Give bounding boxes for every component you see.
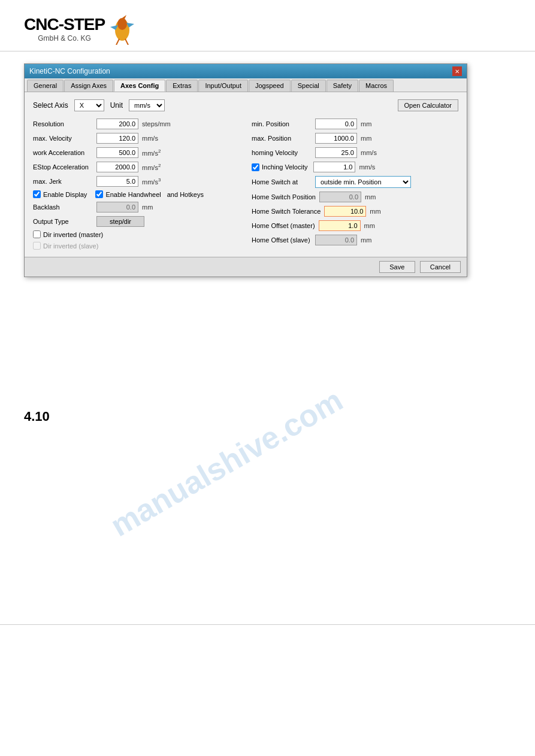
max-position-input[interactable] bbox=[315, 133, 357, 144]
home-offset-master-label: Home Offset (master) bbox=[252, 222, 315, 229]
dir-inverted-slave-label: Dir inverted (slave) bbox=[43, 242, 98, 250]
save-button[interactable]: Save bbox=[379, 261, 415, 273]
estop-accel-label: EStop Acceleration bbox=[33, 163, 93, 171]
estop-accel-unit: mm/s2 bbox=[142, 163, 161, 171]
resolution-unit: steps/mm bbox=[142, 120, 171, 127]
inching-velocity-label: Inching Velocity bbox=[262, 163, 307, 171]
tab-macros[interactable]: Macros bbox=[359, 80, 394, 92]
home-switch-position-row: Home Switch Position mm bbox=[252, 192, 458, 202]
dir-inverted-slave-checkbox[interactable] bbox=[33, 242, 41, 250]
tab-extras[interactable]: Extras bbox=[166, 80, 198, 92]
dir-master-checkbox-row: Dir inverted (master) bbox=[33, 230, 103, 238]
watermark-text: manualshive.com bbox=[104, 382, 349, 544]
tab-jogspeed[interactable]: Jogspeed bbox=[249, 80, 291, 92]
dialog-title: KinetiC-NC Configuration bbox=[29, 67, 110, 75]
home-offset-slave-row: Home Offset (slave) mm bbox=[252, 235, 458, 245]
resolution-input[interactable] bbox=[96, 119, 138, 129]
inching-velocity-checkbox[interactable] bbox=[252, 163, 259, 171]
enable-handwheel-label: Enable Handwheel bbox=[105, 191, 161, 198]
min-position-input[interactable] bbox=[315, 119, 357, 129]
svg-line-4 bbox=[125, 39, 128, 45]
dialog-close-button[interactable]: ✕ bbox=[452, 66, 462, 76]
home-offset-master-input[interactable] bbox=[319, 220, 361, 231]
home-switch-at-label: Home Switch at bbox=[252, 178, 312, 186]
inching-velocity-row: Inching Velocity mm/s bbox=[252, 162, 458, 172]
backlash-label: Backlash bbox=[33, 204, 93, 211]
enable-handwheel-checkbox[interactable] bbox=[95, 190, 103, 198]
enable-display-checkbox-row: Enable Display bbox=[33, 190, 87, 198]
resolution-row: Resolution steps/mm bbox=[33, 119, 240, 129]
home-switch-tolerance-unit: mm bbox=[370, 208, 388, 215]
home-offset-slave-unit: mm bbox=[361, 236, 379, 244]
enable-handwheel-checkbox-row: Enable Handwheel bbox=[95, 190, 161, 198]
homing-velocity-input[interactable] bbox=[315, 147, 357, 158]
max-jerk-unit: mm/s3 bbox=[142, 177, 161, 186]
max-position-row: max. Position mm bbox=[252, 133, 458, 144]
dir-slave-checkbox-row: Dir inverted (slave) bbox=[33, 242, 98, 250]
home-switch-position-input[interactable] bbox=[319, 192, 361, 202]
max-jerk-input[interactable] bbox=[96, 176, 138, 187]
output-type-label: Output Type bbox=[33, 218, 93, 225]
inching-velocity-input[interactable] bbox=[313, 162, 355, 172]
dialog-window: KinetiC-NC Configuration ✕ General Assig… bbox=[24, 63, 467, 277]
estop-accel-input[interactable] bbox=[96, 162, 138, 172]
tab-special[interactable]: Special bbox=[291, 80, 326, 92]
backlash-input[interactable] bbox=[96, 202, 138, 212]
tab-general[interactable]: General bbox=[27, 80, 64, 92]
homing-velocity-row: homing Velocity mm/s bbox=[252, 147, 458, 158]
home-switch-tolerance-row: Home Switch Tolerance mm bbox=[252, 206, 458, 217]
max-velocity-input[interactable] bbox=[96, 133, 138, 144]
min-position-unit: mm bbox=[361, 120, 379, 127]
work-accel-unit: mm/s2 bbox=[142, 148, 161, 157]
svg-point-1 bbox=[117, 18, 127, 30]
home-offset-master-unit: mm bbox=[364, 222, 382, 229]
inching-velocity-checkbox-row: Inching Velocity bbox=[252, 163, 307, 171]
backlash-row: Backlash mm bbox=[33, 202, 240, 212]
dir-slave-row: Dir inverted (slave) bbox=[33, 242, 240, 250]
enable-display-checkbox[interactable] bbox=[33, 190, 41, 198]
dialog-footer: Save Cancel bbox=[25, 257, 467, 277]
tab-safety[interactable]: Safety bbox=[327, 80, 358, 92]
min-position-label: min. Position bbox=[252, 120, 312, 127]
svg-line-3 bbox=[116, 39, 119, 45]
min-position-row: min. Position mm bbox=[252, 119, 458, 129]
home-offset-master-row: Home Offset (master) mm bbox=[252, 220, 458, 231]
and-hotkeys-label: and Hotkeys bbox=[167, 191, 204, 198]
resolution-label: Resolution bbox=[33, 120, 93, 127]
logo-sub: GmbH & Co. KG bbox=[24, 34, 105, 42]
logo-bird-icon bbox=[107, 12, 137, 45]
home-switch-position-unit: mm bbox=[365, 193, 383, 201]
tab-assign-axes[interactable]: Assign Axes bbox=[64, 80, 113, 92]
work-accel-input[interactable] bbox=[96, 147, 138, 158]
home-switch-tolerance-input[interactable] bbox=[324, 206, 366, 217]
enable-row: Enable Display Enable Handwheel and Hotk… bbox=[33, 190, 240, 198]
home-offset-slave-input[interactable] bbox=[315, 235, 357, 245]
estop-accel-row: EStop Acceleration mm/s2 bbox=[33, 162, 240, 172]
dialog-body: Select Axis X Y Z A Unit mm/s mm/min Ope… bbox=[25, 92, 467, 257]
dir-inverted-master-checkbox[interactable] bbox=[33, 230, 41, 238]
home-switch-at-dropdown[interactable]: outside min. Position inside min. Positi… bbox=[315, 176, 411, 188]
logo-main: CNC-STEP bbox=[24, 15, 105, 34]
cancel-button[interactable]: Cancel bbox=[420, 261, 461, 273]
page-content: KinetiC-NC Configuration ✕ General Assig… bbox=[0, 51, 535, 600]
unit-dropdown[interactable]: mm/s mm/min bbox=[129, 99, 165, 111]
open-calculator-button[interactable]: Open Calculator bbox=[398, 99, 459, 111]
tab-axes-config[interactable]: Axes Config bbox=[114, 80, 165, 92]
axis-unit-row: Select Axis X Y Z A Unit mm/s mm/min Ope… bbox=[33, 99, 458, 111]
tab-input-output[interactable]: Input/Output bbox=[198, 80, 248, 92]
tab-bar: General Assign Axes Axes Config Extras I… bbox=[25, 78, 467, 92]
max-jerk-row: max. Jerk mm/s3 bbox=[33, 176, 240, 187]
max-velocity-row: max. Velocity mm/s bbox=[33, 133, 240, 144]
homing-velocity-unit: mm/s bbox=[361, 149, 379, 156]
select-axis-dropdown[interactable]: X Y Z A bbox=[74, 99, 104, 111]
home-switch-position-label: Home Switch Position bbox=[252, 193, 316, 201]
max-jerk-label: max. Jerk bbox=[33, 178, 93, 185]
output-type-row: Output Type step/dir bbox=[33, 216, 240, 227]
unit-label: Unit bbox=[110, 101, 123, 110]
max-velocity-unit: mm/s bbox=[142, 135, 160, 142]
inching-velocity-unit: mm/s bbox=[359, 163, 377, 171]
max-velocity-label: max. Velocity bbox=[33, 135, 93, 142]
homing-velocity-label: homing Velocity bbox=[252, 149, 312, 156]
left-column: Resolution steps/mm max. Velocity mm/s w… bbox=[33, 119, 246, 250]
max-position-label: max. Position bbox=[252, 135, 312, 142]
